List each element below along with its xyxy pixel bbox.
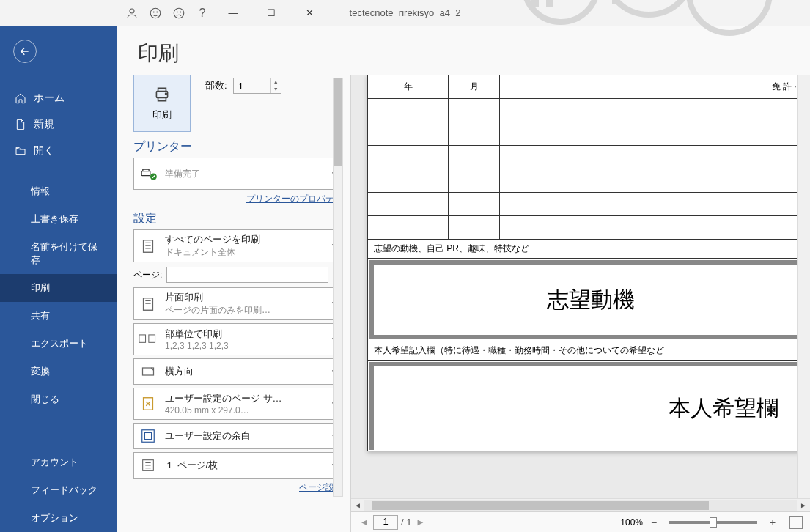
sidebar-label: エクスポート bbox=[31, 337, 88, 350]
motive-header: 志望の動機、自己 PR、趣味、特技など bbox=[368, 240, 811, 259]
printer-status: 準備完了 bbox=[165, 168, 326, 180]
svg-point-7 bbox=[524, 0, 597, 22]
sidebar-label: ホーム bbox=[34, 92, 65, 105]
file-icon bbox=[15, 119, 26, 130]
svg-rect-10 bbox=[531, 0, 539, 7]
sides-selector[interactable]: 片面印刷ページの片面のみを印刷… ▼ bbox=[133, 287, 343, 320]
svg-rect-12 bbox=[612, 0, 618, 4]
svg-rect-17 bbox=[144, 240, 153, 252]
copies-label: 部数: bbox=[205, 79, 227, 92]
back-button[interactable] bbox=[13, 40, 37, 63]
sel-title: 部単位で印刷 bbox=[165, 328, 326, 341]
zoom-in-button[interactable]: + bbox=[767, 517, 778, 528]
pagesper-selector[interactable]: １ ページ/枚 ▼ bbox=[133, 452, 343, 479]
papersize-selector[interactable]: ユーザー設定のページ サ…420.05 mm x 297.0… ▼ bbox=[133, 388, 343, 420]
printer-properties-link[interactable]: プリンターのプロパティ bbox=[246, 193, 343, 204]
fit-to-page-button[interactable] bbox=[789, 516, 803, 529]
pages-label: ページ: bbox=[133, 269, 162, 281]
maximize-button[interactable]: ☐ bbox=[257, 3, 286, 23]
frown-icon[interactable] bbox=[172, 6, 186, 21]
svg-point-3 bbox=[157, 12, 158, 12]
sidebar-label: アカウント bbox=[31, 456, 78, 469]
zoom-out-button[interactable]: − bbox=[649, 517, 659, 528]
svg-point-14 bbox=[166, 93, 167, 95]
sidebar-item-save[interactable]: 上書き保存 bbox=[0, 205, 117, 233]
request-big: 本人希望欄 bbox=[669, 394, 778, 424]
home-icon bbox=[15, 92, 26, 104]
copies-down[interactable]: ▼ bbox=[271, 86, 281, 93]
titlebar: tectecnote_rirekisyo_a4_2 ? ― ☐ ✕ bbox=[0, 0, 810, 26]
page-size-icon bbox=[139, 394, 158, 413]
pages-input[interactable] bbox=[166, 267, 328, 283]
scroll-left-button[interactable]: ◄ bbox=[351, 500, 364, 511]
controls-scrollbar[interactable] bbox=[333, 78, 343, 497]
col-month: 月 bbox=[449, 75, 500, 99]
sidebar-item-export[interactable]: エクスポート bbox=[0, 330, 117, 358]
zoom-slider[interactable] bbox=[669, 521, 757, 524]
preview-vscrollbar[interactable] bbox=[797, 75, 810, 498]
sidebar-item-options[interactable]: オプション bbox=[0, 504, 117, 532]
margins-icon bbox=[139, 426, 158, 446]
sidebar-label: オプション bbox=[31, 511, 78, 525]
sidebar-label: 開く bbox=[34, 144, 54, 158]
sel-title: 片面印刷 bbox=[165, 291, 326, 304]
svg-point-5 bbox=[177, 12, 177, 12]
copies-input[interactable]: 1 ▲▼ bbox=[233, 78, 281, 94]
sidebar-item-info[interactable]: 情報 bbox=[0, 177, 117, 205]
svg-rect-19 bbox=[139, 335, 146, 342]
svg-point-2 bbox=[153, 12, 154, 12]
settings-section-label: 設定 bbox=[133, 211, 157, 226]
sidebar-item-open[interactable]: 開く bbox=[0, 138, 117, 164]
sel-title: ユーザー設定のページ サ… bbox=[165, 392, 326, 405]
document-page: 年月免 許 · 資 志望の動機、自己 PR、趣味、特技など 志望動機 本人希望記… bbox=[367, 75, 810, 451]
sidebar-item-close[interactable]: 閉じる bbox=[0, 385, 117, 413]
sidebar-label: 新規 bbox=[34, 118, 54, 131]
sidebar-item-saveas[interactable]: 名前を付けて保存 bbox=[0, 233, 117, 274]
preview-hscrollbar[interactable]: ◄ ► bbox=[351, 498, 810, 511]
next-page-button[interactable]: ► bbox=[414, 517, 426, 528]
sidebar-item-account[interactable]: アカウント bbox=[0, 448, 117, 476]
sel-sub: ページの片面のみを印刷… bbox=[165, 304, 326, 317]
sel-sub: 1,2,3 1,2,3 1,2,3 bbox=[165, 341, 326, 351]
print-range-selector[interactable]: すべてのページを印刷ドキュメント全体 ▼ bbox=[133, 229, 343, 262]
hscroll-thumb[interactable] bbox=[372, 501, 709, 510]
sidebar-item-home[interactable]: ホーム bbox=[0, 85, 117, 111]
svg-rect-24 bbox=[144, 432, 151, 439]
copies-up[interactable]: ▲ bbox=[271, 78, 281, 86]
sidebar-item-feedback[interactable]: フィードバック bbox=[0, 476, 117, 504]
svg-rect-23 bbox=[142, 430, 155, 443]
landscape-icon bbox=[139, 362, 158, 381]
svg-point-6 bbox=[180, 12, 181, 12]
zoom-label: 100% bbox=[620, 517, 643, 528]
svg-rect-18 bbox=[144, 298, 153, 310]
close-button[interactable]: ✕ bbox=[295, 3, 324, 23]
zoom-thumb[interactable] bbox=[710, 517, 717, 528]
minimize-button[interactable]: ― bbox=[218, 3, 248, 23]
sidebar-label: フィードバック bbox=[31, 484, 97, 497]
help-icon[interactable]: ? bbox=[195, 6, 210, 21]
sidebar-item-print[interactable]: 印刷 bbox=[0, 274, 117, 302]
print-button[interactable]: 印刷 bbox=[133, 75, 191, 132]
sidebar-item-new[interactable]: 新規 bbox=[0, 111, 117, 138]
sidebar-item-share[interactable]: 共有 bbox=[0, 302, 117, 330]
prev-page-button[interactable]: ◄ bbox=[358, 517, 370, 528]
collate-icon bbox=[139, 330, 158, 349]
col-license: 免 許 · 資 bbox=[500, 75, 811, 99]
printer-selector[interactable]: 準備完了 ▼ bbox=[133, 158, 343, 190]
margins-selector[interactable]: ユーザー設定の余白 ▼ bbox=[133, 423, 343, 449]
smile-icon[interactable] bbox=[148, 6, 163, 21]
page-number-input[interactable]: 1 bbox=[373, 515, 398, 530]
sidebar-item-convert[interactable]: 変換 bbox=[0, 358, 117, 385]
scroll-right-button[interactable]: ► bbox=[797, 500, 810, 511]
sidebar-label: 情報 bbox=[31, 185, 50, 198]
sel-title: すべてのページを印刷 bbox=[165, 233, 326, 246]
user-icon[interactable] bbox=[125, 6, 139, 21]
svg-point-0 bbox=[130, 9, 134, 13]
sidebar-label: 変換 bbox=[31, 365, 50, 378]
scrollbar-thumb[interactable] bbox=[334, 78, 342, 166]
collate-selector[interactable]: 部単位で印刷1,2,3 1,2,3 1,2,3 ▼ bbox=[133, 323, 343, 355]
col-year: 年 bbox=[368, 75, 449, 99]
sidebar: ホーム 新規 開く 情報 上書き保存 名前を付けて保存 印刷 共有 エクスポート… bbox=[0, 26, 117, 532]
copies-value: 1 bbox=[234, 81, 270, 92]
orientation-selector[interactable]: 横方向 ▼ bbox=[133, 358, 343, 385]
